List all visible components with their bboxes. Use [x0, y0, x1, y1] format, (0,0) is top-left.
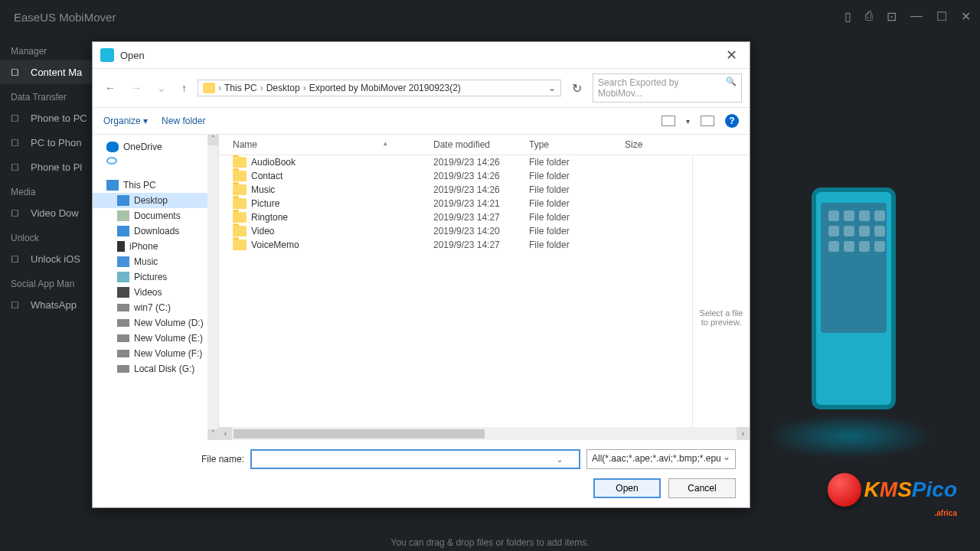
tree-item[interactable]: Pictures	[93, 269, 218, 285]
close-app-icon[interactable]: ✕	[961, 9, 971, 24]
new-folder-button[interactable]: New folder	[162, 116, 205, 126]
scroll-up-icon[interactable]: ˄	[207, 135, 218, 145]
view-mode-icon[interactable]	[662, 116, 675, 126]
tree-item-icon	[106, 157, 117, 165]
file-row[interactable]: Ringtone2019/9/23 14:27File folder	[219, 210, 750, 224]
crumb-this-pc[interactable]: This PC	[224, 83, 257, 93]
sidebar-item-label: Video Dow	[31, 207, 79, 219]
tree-item[interactable]: Music	[93, 254, 218, 269]
phone-base-glow	[766, 413, 934, 459]
sidebar-item-label: PC to Phon	[31, 137, 82, 148]
dialog-toolbar: Organize ▾ New folder ▾ ?	[93, 108, 750, 135]
tree-item-icon	[106, 180, 119, 191]
tree-item[interactable]: Documents	[93, 208, 218, 223]
file-type: File folder	[529, 171, 625, 181]
sidebar-item-icon: ◻	[11, 207, 23, 219]
tree-item-icon	[117, 241, 125, 252]
column-name[interactable]: Name	[219, 139, 433, 150]
up-arrow-icon[interactable]: ↑	[177, 79, 191, 97]
filename-dropdown-icon[interactable]: ⌄	[557, 455, 563, 464]
tree-item[interactable]: New Volume (F:)	[93, 346, 218, 361]
refresh-icon[interactable]: ↻	[567, 78, 586, 99]
file-area: Name Date modified Type Size AudioBook20…	[219, 135, 750, 440]
tree-item[interactable]: Desktop	[93, 193, 218, 208]
tree-item[interactable]: Videos	[93, 285, 218, 300]
preview-pane-icon[interactable]	[701, 116, 714, 126]
scroll-thumb[interactable]	[234, 429, 485, 439]
folder-icon	[233, 157, 247, 168]
device-icon[interactable]: ▯	[844, 9, 851, 24]
back-arrow-icon[interactable]: ←	[100, 79, 120, 97]
file-row[interactable]: Contact2019/9/23 14:26File folder	[219, 169, 750, 183]
gift-icon[interactable]: ⎙	[865, 9, 873, 24]
help-icon[interactable]: ?	[725, 114, 739, 128]
tree-item[interactable]: New Volume (E:)	[93, 331, 218, 346]
sidebar-item-icon: ◻	[11, 112, 23, 124]
logo-text: KMSPico	[864, 478, 957, 502]
tree-item[interactable]: win7 (C:)	[93, 300, 218, 315]
tree-item-label: OneDrive	[123, 142, 162, 152]
file-row[interactable]: AudioBook2019/9/23 14:26File folder	[219, 155, 750, 169]
file-type: File folder	[529, 157, 625, 168]
tree-item[interactable]: iPhone	[93, 239, 218, 254]
file-date: 2019/9/23 14:26	[433, 157, 529, 168]
recent-dropdown-icon[interactable]: ⌄	[152, 79, 171, 97]
tree-item[interactable]: OneDrive	[93, 139, 218, 155]
sidebar-item-label: Phone to PC	[31, 112, 87, 124]
dialog-titlebar[interactable]: Open ✕	[93, 42, 750, 69]
tree-item-icon	[117, 195, 129, 206]
cancel-button[interactable]: Cancel	[668, 478, 736, 498]
search-input[interactable]: Search Exported by MobiMov...	[593, 73, 742, 103]
folder-icon	[233, 226, 247, 236]
folder-icon	[233, 240, 247, 250]
file-type: File folder	[529, 198, 625, 209]
file-list-header[interactable]: Name Date modified Type Size	[219, 135, 750, 155]
file-date: 2019/9/23 14:21	[433, 198, 529, 209]
minimize-icon[interactable]: —	[910, 9, 923, 24]
tree-item[interactable]: Local Disk (G:)	[93, 361, 218, 377]
column-size[interactable]: Size	[625, 139, 686, 150]
phone-preview	[812, 187, 896, 409]
organize-button[interactable]: Organize ▾	[103, 116, 148, 126]
file-list[interactable]: AudioBook2019/9/23 14:26File folderConta…	[219, 155, 750, 427]
tree-item[interactable]: New Volume (D:)	[93, 315, 218, 331]
tree-item-label: Music	[134, 256, 158, 267]
column-date[interactable]: Date modified	[433, 139, 529, 150]
filter-select[interactable]: All(*.aac;*.ape;*.avi;*.bmp;*.epu	[586, 449, 736, 469]
tree-item[interactable]: This PC	[93, 178, 218, 193]
maximize-icon[interactable]: ☐	[936, 9, 947, 24]
file-date: 2019/9/23 14:26	[433, 184, 529, 195]
tree-item-icon	[117, 350, 129, 357]
folder-icon	[233, 212, 247, 223]
tree-item-label: New Volume (D:)	[134, 318, 204, 328]
open-button[interactable]: Open	[593, 478, 661, 498]
address-bar[interactable]: › This PC › Desktop › Exported by MobiMo…	[198, 80, 561, 96]
file-row[interactable]: VoiceMemo2019/9/23 14:27File folder	[219, 238, 750, 252]
tree-item-label: New Volume (E:)	[134, 333, 203, 344]
sidebar-item-label: Content Ma	[31, 67, 82, 78]
tree-item[interactable]	[93, 155, 218, 167]
tree-item[interactable]: Downloads	[93, 223, 218, 239]
file-row[interactable]: Video2019/9/23 14:20File folder	[219, 224, 750, 238]
address-dropdown-icon[interactable]: ⌄	[548, 83, 556, 93]
forward-arrow-icon[interactable]: →	[126, 79, 146, 97]
scroll-right-icon[interactable]: ›	[737, 427, 750, 440]
tree-scrollbar[interactable]: ˄ ˅	[207, 135, 218, 440]
horizontal-scrollbar[interactable]: ‹ ›	[219, 427, 750, 440]
folder-tree[interactable]: OneDriveThis PCDesktopDocumentsDownloads…	[93, 135, 219, 440]
filename-input[interactable]	[250, 449, 580, 469]
crumb-current[interactable]: Exported by MobiMover 20190923(2)	[309, 83, 461, 93]
file-row[interactable]: Picture2019/9/23 14:21File folder	[219, 197, 750, 210]
scroll-down-icon[interactable]: ˅	[207, 429, 218, 440]
close-icon[interactable]: ✕	[721, 47, 742, 64]
sidebar-item-icon: ◻	[11, 253, 23, 265]
crumb-desktop[interactable]: Desktop	[266, 83, 300, 93]
open-file-dialog: Open ✕ ← → ⌄ ↑ › This PC › Desktop › Exp…	[92, 41, 750, 508]
update-icon[interactable]: ⊡	[887, 9, 897, 24]
sidebar-item-icon: ◻	[11, 298, 23, 311]
file-row[interactable]: Music2019/9/23 14:26File folder	[219, 183, 750, 197]
app-title: EaseUS MobiMover	[0, 0, 980, 34]
column-type[interactable]: Type	[529, 139, 625, 150]
tree-item-label: New Volume (F:)	[134, 348, 202, 359]
scroll-left-icon[interactable]: ‹	[219, 427, 232, 440]
